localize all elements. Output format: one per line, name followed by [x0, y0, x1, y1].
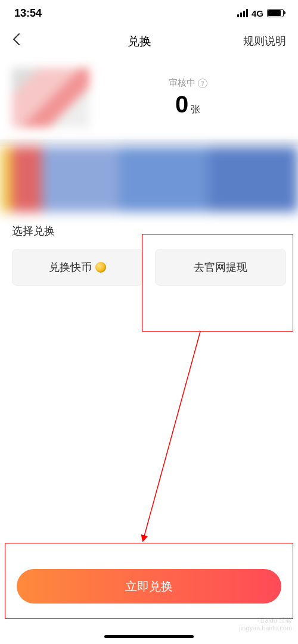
status-right: 4G: [237, 8, 284, 18]
section-divider: [0, 139, 298, 146]
ticket-unit: 张: [191, 104, 200, 116]
rules-link[interactable]: 规则说明: [243, 34, 286, 48]
page-title: 兑换: [128, 33, 151, 49]
exchange-coin-button[interactable]: 兑换快币: [12, 249, 143, 286]
avatar: [12, 68, 89, 127]
review-status-text: 审核中: [169, 77, 195, 89]
help-icon[interactable]: ?: [198, 79, 207, 88]
review-status[interactable]: 审核中 ?: [89, 77, 286, 89]
coin-icon: [95, 262, 106, 273]
battery-icon: [267, 9, 284, 17]
withdraw-button[interactable]: 去官网提现: [155, 249, 286, 286]
ticket-count: 0: [175, 91, 188, 118]
chevron-left-icon: [12, 33, 20, 46]
account-stats: 审核中 ? 0 张: [89, 77, 286, 118]
exchange-section: 选择兑换 兑换快币 去官网提现: [0, 212, 298, 298]
watermark-line1: Baidu 经验: [239, 617, 292, 624]
nav-bar: 兑换 规则说明: [0, 26, 298, 56]
withdraw-label: 去官网提现: [194, 260, 247, 274]
watermark: Baidu 经验 jingyan.baidu.com: [239, 617, 292, 632]
svg-line-0: [143, 332, 200, 540]
account-card: 审核中 ? 0 张: [0, 56, 298, 139]
exchange-now-button[interactable]: 立即兑换: [17, 569, 281, 604]
watermark-line2: jingyan.baidu.com: [239, 624, 292, 632]
section-title: 选择兑换: [12, 224, 286, 238]
network-label: 4G: [252, 8, 263, 18]
status-time: 13:54: [14, 7, 42, 20]
signal-icon: [237, 9, 248, 17]
back-button[interactable]: [12, 33, 36, 49]
status-bar: 13:54 4G: [0, 0, 298, 26]
home-indicator: [104, 635, 194, 638]
promo-banner[interactable]: [0, 146, 298, 212]
exchange-coin-label: 兑换快币: [49, 260, 92, 274]
